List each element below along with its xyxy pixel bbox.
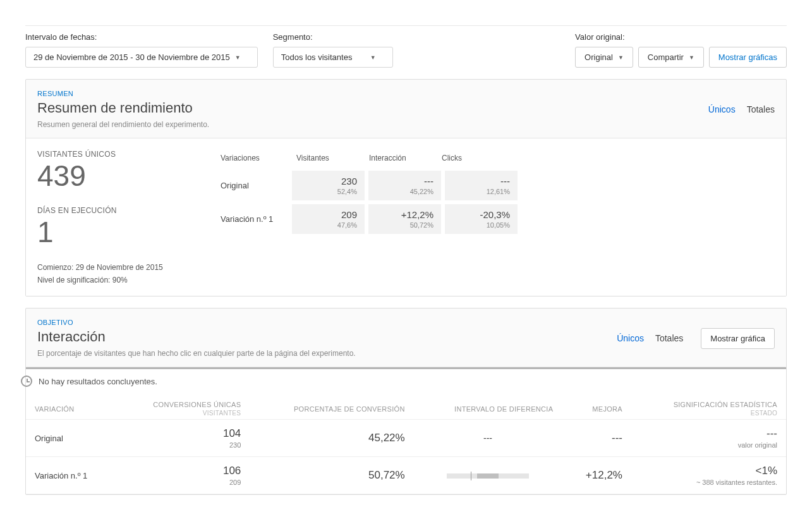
- visitors-cell: 20947,6%: [292, 204, 365, 234]
- show-charts-label: Mostrar gráficas: [718, 52, 777, 62]
- cell-significance: <1%~ 388 visitantes restantes.: [631, 457, 786, 494]
- summary-panel: RESUMEN Resumen de rendimiento Resumen g…: [25, 79, 787, 296]
- summary-title: Resumen de rendimiento: [37, 100, 209, 116]
- cell-improvement: +12,2%: [562, 457, 631, 494]
- original-value: Original: [585, 52, 613, 62]
- goal-table-row: Original10423045,22%---------valor origi…: [26, 420, 786, 457]
- chevron-down-icon: ▼: [618, 54, 624, 61]
- summary-table: Variaciones Visitantes Interacción Click…: [214, 150, 775, 284]
- cell-conversions: 106209: [116, 457, 250, 494]
- variation-name: Original: [214, 169, 290, 202]
- goal-eyebrow: OBJETIVO: [37, 319, 356, 326]
- show-chart-button[interactable]: Mostrar gráfica: [701, 328, 775, 349]
- goal-table-header-row: VARIACIÓN CONVERSIONES ÚNICAS VISITANTES…: [26, 393, 786, 420]
- cell-variation: Variación n.º 1: [26, 457, 116, 494]
- segment-filter-group: Segmento: Todos los visitantes ▼: [273, 32, 393, 68]
- th-conversions: CONVERSIONES ÚNICAS VISITANTES: [116, 393, 250, 420]
- segment-filter-label: Segmento:: [273, 32, 393, 42]
- share-label: Compartir: [648, 52, 684, 62]
- segment-select[interactable]: Todos los visitantes ▼: [273, 47, 393, 68]
- right-controls: Valor original: Original ▼ Compartir ▼ M…: [575, 32, 787, 68]
- filters-row: Intervalo de fechas: 29 de Noviembre de …: [25, 32, 787, 68]
- th-variation: VARIACIÓN: [26, 393, 116, 420]
- date-range-value: 29 de Noviembre de 2015 - 30 de Noviembr…: [33, 52, 230, 62]
- th-significance-sub: ESTADO: [640, 410, 777, 417]
- days-value: 1: [37, 216, 195, 248]
- th-rate-label: PORCENTAJE DE CONVERSIÓN: [294, 405, 405, 413]
- variation-name: Variación n.º 1: [214, 202, 290, 236]
- th-interval-label: INTERVALO DE DIFERENCIA: [454, 405, 553, 413]
- summary-stats: VISITANTES ÚNICOS 439 DÍAS EN EJECUCIÓN …: [37, 150, 195, 284]
- chevron-down-icon: ▼: [235, 54, 241, 61]
- show-chart-label: Mostrar gráfica: [710, 334, 765, 343]
- col-visitors: Visitantes: [290, 150, 363, 169]
- th-interval: INTERVALO DE DIFERENCIA: [414, 393, 562, 420]
- summary-subtitle: Resumen general del rendimiento del expe…: [37, 120, 209, 129]
- goal-subtitle: El porcentaje de visitantes que han hech…: [37, 349, 356, 358]
- chevron-down-icon: ▼: [370, 54, 376, 61]
- th-significance: SIGNIFICACIÓN ESTADÍSTICA ESTADO: [631, 393, 786, 420]
- th-improvement: MEJORA: [562, 393, 631, 420]
- clicks-cell: ---12,61%: [445, 171, 518, 200]
- clock-icon: [21, 375, 32, 387]
- goal-table: VARIACIÓN CONVERSIONES ÚNICAS VISITANTES…: [26, 393, 786, 494]
- cell-interval: [414, 457, 562, 494]
- segment-value: Todos los visitantes: [281, 52, 353, 62]
- th-significance-label: SIGNIFICACIÓN ESTADÍSTICA: [674, 401, 777, 408]
- interaction-cell: ---45,22%: [368, 171, 441, 200]
- start-date-line: Comienzo: 29 de Noviembre de 2015: [37, 263, 195, 272]
- tab-totals[interactable]: Totales: [655, 333, 683, 343]
- summary-table-row: Original23052,4%---45,22%---12,61%: [214, 169, 775, 202]
- cell-significance: ---valor original: [631, 420, 786, 457]
- summary-table-header: Variaciones Visitantes Interacción Click…: [214, 150, 775, 169]
- summary-table-row: Variación n.º 120947,6%+12,2%50,72%-20,3…: [214, 202, 775, 236]
- goal-table-row: Variación n.º 110620950,72%+12,2%<1%~ 38…: [26, 457, 786, 494]
- th-rate: PORCENTAJE DE CONVERSIÓN: [250, 393, 413, 420]
- tab-unique[interactable]: Únicos: [708, 104, 736, 114]
- visitors-value: 439: [37, 160, 195, 192]
- cell-improvement: ---: [562, 420, 631, 457]
- interval-bar: [447, 473, 529, 479]
- goal-body: No hay resultados concluyentes. VARIACIÓ…: [26, 367, 786, 494]
- date-filter-label: Intervalo de fechas:: [25, 32, 258, 42]
- cell-rate: 45,22%: [250, 420, 413, 457]
- original-value-group: Valor original: Original ▼ Compartir ▼ M…: [575, 32, 787, 68]
- col-interaction: Interacción: [363, 150, 435, 169]
- original-select[interactable]: Original ▼: [575, 47, 633, 68]
- summary-header: RESUMEN Resumen de rendimiento Resumen g…: [26, 80, 786, 138]
- goal-panel: OBJETIVO Interacción El porcentaje de vi…: [25, 308, 787, 495]
- tab-unique[interactable]: Únicos: [617, 333, 644, 343]
- summary-eyebrow: RESUMEN: [37, 90, 209, 97]
- th-variation-label: VARIACIÓN: [35, 405, 74, 413]
- clicks-cell: -20,3%10,05%: [445, 204, 518, 234]
- summary-body: VISITANTES ÚNICOS 439 DÍAS EN EJECUCIÓN …: [26, 138, 786, 296]
- cell-variation: Original: [26, 420, 116, 457]
- days-label: DÍAS EN EJECUCIÓN: [37, 206, 195, 215]
- interaction-cell: +12,2%50,72%: [368, 204, 441, 234]
- chevron-down-icon: ▼: [689, 54, 694, 61]
- col-variations: Variaciones: [214, 150, 290, 169]
- date-range-select[interactable]: 29 de Noviembre de 2015 - 30 de Noviembr…: [25, 47, 258, 68]
- th-conversions-sub: VISITANTES: [124, 410, 241, 417]
- visitors-label: VISITANTES ÚNICOS: [37, 150, 195, 159]
- th-conversions-label: CONVERSIONES ÚNICAS: [153, 401, 241, 408]
- tab-totals[interactable]: Totales: [747, 104, 775, 114]
- no-results-bar: No hay resultados concluyentes.: [26, 367, 786, 393]
- significance-line: Nivel de significación: 90%: [37, 276, 195, 284]
- date-filter-group: Intervalo de fechas: 29 de Noviembre de …: [25, 32, 258, 68]
- cell-interval: ---: [414, 420, 562, 457]
- cell-rate: 50,72%: [250, 457, 413, 494]
- th-improvement-label: MEJORA: [592, 405, 622, 413]
- goal-title: Interacción: [37, 329, 356, 345]
- visitors-cell: 23052,4%: [292, 171, 365, 200]
- share-button[interactable]: Compartir ▼: [638, 47, 704, 68]
- show-charts-button[interactable]: Mostrar gráficas: [709, 47, 787, 68]
- top-divider: [25, 25, 787, 26]
- cell-conversions: 104230: [116, 420, 250, 457]
- col-clicks: Clicks: [435, 150, 508, 169]
- original-value-label: Valor original:: [575, 32, 787, 42]
- no-results-text: No hay resultados concluyentes.: [39, 377, 157, 386]
- goal-header: OBJETIVO Interacción El porcentaje de vi…: [26, 308, 786, 367]
